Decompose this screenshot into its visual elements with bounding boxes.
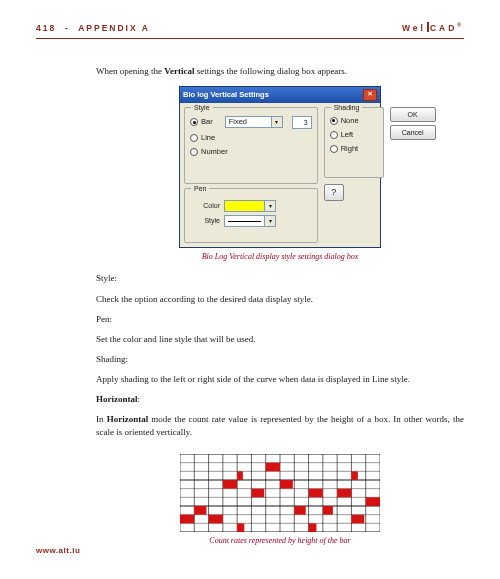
logo-right: CAD <box>430 23 457 33</box>
logo: WelCAD® <box>402 22 464 34</box>
svg-rect-37 <box>323 506 333 515</box>
radio-shading-none[interactable]: None <box>330 116 378 126</box>
radio-line[interactable]: Line <box>190 133 312 143</box>
svg-rect-35 <box>309 488 323 497</box>
select-fixed-value: Fixed <box>229 117 247 127</box>
svg-rect-40 <box>351 514 364 523</box>
radio-number-label: Number <box>201 147 228 157</box>
content-column: When opening the Vertical settings the f… <box>96 65 464 546</box>
pen-style-select[interactable]: ▾ <box>224 215 276 227</box>
count-rate-bar-chart <box>180 454 380 532</box>
group-shading-legend: Shading <box>331 103 363 112</box>
svg-rect-39 <box>351 471 357 480</box>
pen-color-label: Color <box>190 201 220 210</box>
radio-shading-right-label: Right <box>341 144 359 154</box>
chevron-down-icon: ▾ <box>264 201 275 211</box>
pen-color-select[interactable]: ▾ <box>224 200 276 212</box>
word-horizontal: Horizontal <box>107 414 149 424</box>
horizontal-text: In Horizontal mode the count rate value … <box>96 413 464 437</box>
radio-icon <box>330 117 338 125</box>
paragraph-intro: When opening the Vertical settings the f… <box>96 65 464 77</box>
header-rule <box>36 38 464 39</box>
svg-rect-26 <box>194 506 206 515</box>
help-button[interactable]: ? <box>324 184 344 201</box>
style-head: Style: <box>96 272 464 284</box>
group-style-legend: Style <box>191 103 213 112</box>
pen-style-label: Style <box>190 216 220 225</box>
cancel-button[interactable]: Cancel <box>390 125 436 140</box>
radio-icon <box>330 145 338 153</box>
fixed-value-input[interactable]: 3 <box>292 116 312 129</box>
radio-icon <box>190 148 198 156</box>
radio-shading-left[interactable]: Left <box>330 130 378 140</box>
pen-head: Pen: <box>96 313 464 325</box>
svg-rect-36 <box>309 523 317 532</box>
shade-text: Apply shading to the left or right side … <box>96 373 464 385</box>
page-number: 418 <box>36 23 56 33</box>
horizontal-head-bold: Horizontal <box>96 394 138 404</box>
group-style: Style Bar Fixed ▾ 3 <box>184 107 318 184</box>
horizontal-head: Horizontal: <box>96 393 464 405</box>
dialog-titlebar: Bio log Vertical Settings × <box>180 87 380 103</box>
shade-head: Shading: <box>96 353 464 365</box>
radio-bar-label: Bar <box>201 117 213 127</box>
header-left: 418 - APPENDIX A <box>36 23 150 34</box>
radio-bar[interactable]: Bar Fixed ▾ 3 <box>190 116 312 129</box>
ok-button[interactable]: OK <box>390 107 436 122</box>
svg-rect-29 <box>237 471 243 480</box>
select-fixed[interactable]: Fixed ▾ <box>225 116 283 128</box>
radio-number[interactable]: Number <box>190 147 312 157</box>
dialog-title: Bio log Vertical Settings <box>183 90 269 100</box>
svg-rect-41 <box>366 497 380 506</box>
header: 418 - APPENDIX A WelCAD® <box>36 22 464 34</box>
group-pen: Pen Color ▾ Style ▾ <box>184 188 318 243</box>
word-vertical: Vertical <box>164 66 194 76</box>
close-button[interactable]: × <box>363 89 377 101</box>
radio-shading-right[interactable]: Right <box>330 144 378 154</box>
reg-mark: ® <box>457 22 464 28</box>
radio-shading-left-label: Left <box>341 130 354 140</box>
section-name: APPENDIX A <box>78 23 150 33</box>
figure-caption-1: Bio Log Vertical display style settings … <box>96 252 464 263</box>
svg-rect-31 <box>251 488 264 497</box>
pen-text: Set the color and line style that will b… <box>96 333 464 345</box>
radio-icon <box>190 134 198 142</box>
group-shading: Shading None Left Right <box>324 107 384 178</box>
logo-left: Wel <box>402 23 426 33</box>
figure-chart-wrap <box>96 454 464 532</box>
svg-rect-30 <box>237 523 244 532</box>
radio-shading-none-label: None <box>341 116 359 126</box>
chevron-down-icon: ▾ <box>264 216 275 226</box>
svg-rect-27 <box>209 514 223 523</box>
radio-line-label: Line <box>201 133 215 143</box>
figure-caption-2: Count rates represented by height of the… <box>96 536 464 547</box>
svg-rect-32 <box>266 462 280 471</box>
chevron-down-icon: ▾ <box>271 117 282 127</box>
svg-rect-38 <box>337 488 351 497</box>
logo-separator-icon <box>427 22 429 32</box>
style-text: Check the option according to the desire… <box>96 293 464 305</box>
radio-icon <box>190 118 198 126</box>
group-pen-legend: Pen <box>191 184 209 193</box>
footer-url: www.alt.lu <box>36 546 80 557</box>
horizontal-head-colon: : <box>138 394 141 404</box>
svg-rect-34 <box>294 506 305 515</box>
radio-icon <box>330 131 338 139</box>
svg-rect-28 <box>223 480 237 489</box>
dialog-vertical-settings: Bio log Vertical Settings × Style Bar Fi… <box>179 86 381 248</box>
svg-rect-25 <box>180 514 194 523</box>
svg-rect-33 <box>280 480 293 489</box>
